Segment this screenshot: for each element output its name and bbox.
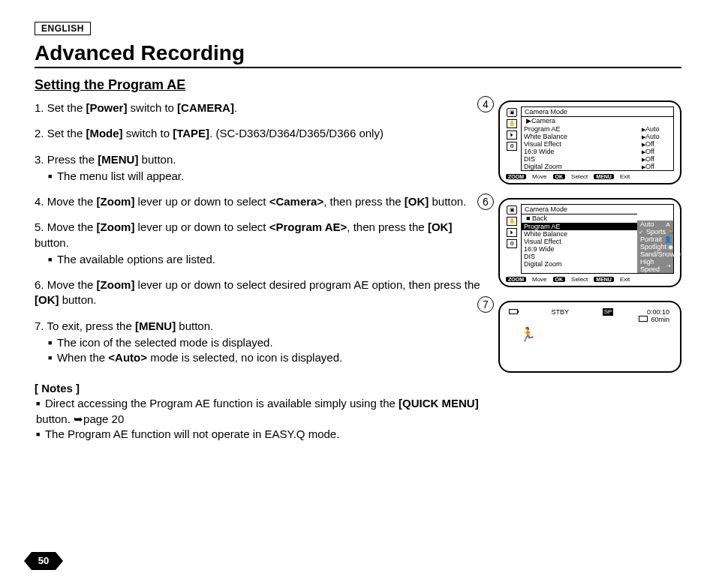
osd-menu: Camera Mode ■ Back Program AEWhite Balan…	[521, 204, 674, 274]
note-item: Direct accessing the Program AE function…	[36, 396, 485, 427]
zoom-pill: ZOOM	[506, 277, 526, 282]
step-ref-circle: 7	[477, 296, 494, 313]
osd-option-row: Portrait👤	[637, 236, 673, 243]
hint-select: Select	[571, 173, 588, 180]
hint-select: Select	[571, 276, 588, 283]
osd-menu-title: Camera Mode	[522, 107, 673, 117]
osd-menu-row: 16:9 WideOff	[522, 148, 673, 155]
hint-move: Move	[532, 276, 547, 283]
step-item: 4. Move the [Zoom] lever up or down to s…	[35, 194, 485, 209]
camcorder-icon: ▣	[507, 206, 517, 214]
screen-illustration-4: 4 ▣ ✋ ⏵ ⚙ Camera Mode ▶Camera Program AE…	[498, 100, 681, 184]
hand-icon: ✋	[507, 119, 517, 128]
osd-option-row: Sand/Snow❄	[637, 250, 673, 258]
screen-illustration-6: 6 ▣ ✋ ⏵ ⚙ Camera Mode ■ Back	[498, 198, 681, 287]
step-sub-list: The icon of the selected mode is display…	[35, 335, 485, 366]
osd-menu-row: 16:9 Wide	[522, 245, 637, 253]
osd-menu-row: White BalanceAuto	[522, 133, 673, 140]
osd-option-row: High Speed⇢	[637, 258, 673, 273]
battery-icon	[509, 309, 518, 314]
hint-move: Move	[532, 173, 547, 180]
page-number: 50	[24, 552, 63, 570]
osd-footer-hints: ZOOMMove OKSelect MENUExit	[506, 173, 674, 180]
osd-menu-title: Camera Mode	[522, 205, 637, 214]
screen-illustration-7: 7 STBY SP 0:00:10 60min 🏃	[498, 301, 681, 373]
osd-menu-row: DISOff	[522, 155, 673, 163]
osd-menu-row: White Balance	[522, 230, 637, 238]
timecode: 0:00:10	[647, 308, 669, 316]
osd-menu: Camera Mode ▶Camera Program AEAutoWhite …	[521, 106, 674, 171]
sports-mode-icon: 🏃	[519, 326, 674, 343]
step-sub-list: The available options are listed.	[35, 252, 485, 267]
instruction-column: 1. Set the [Power] switch to [CAMERA].2.…	[35, 100, 485, 442]
language-badge: ENGLISH	[35, 22, 91, 35]
step-sub-item: The icon of the selected mode is display…	[48, 335, 485, 350]
osd-menu-row: Program AEAuto	[522, 125, 673, 133]
page-number-badge: 50	[24, 552, 63, 570]
ok-pill: OK	[553, 174, 566, 179]
standby-label: STBY	[552, 308, 570, 316]
osd-option-column: AutoASports🏃Portrait👤Spotlight◉Sand/Snow…	[637, 220, 673, 273]
lcd-side-icons: ▣ ✋ ⏵ ⚙	[506, 204, 518, 274]
osd-menu-row: Digital ZoomOff	[522, 163, 673, 170]
osd-menu-row: Visual Effect	[522, 238, 637, 245]
notes-list: Direct accessing the Program AE function…	[35, 396, 485, 442]
hint-exit: Exit	[620, 173, 630, 180]
step-list: 1. Set the [Power] switch to [CAMERA].2.…	[35, 100, 485, 365]
lcd-side-icons: ▣ ✋ ⏵ ⚙	[506, 106, 518, 171]
osd-menu-subhead: ▶Camera	[522, 117, 673, 125]
hint-exit: Exit	[620, 276, 630, 283]
gear-icon: ⚙	[507, 239, 517, 248]
step-item: 6. Move the [Zoom] lever up or down to s…	[35, 278, 485, 308]
notes-heading: [ Notes ]	[35, 382, 485, 394]
step-sub-list: The menu list will appear.	[35, 169, 485, 184]
step-ref-circle: 6	[477, 194, 494, 210]
hand-icon: ✋	[507, 217, 517, 226]
step-ref-circle: 4	[477, 96, 494, 112]
chapter-title: Advanced Recording	[35, 41, 681, 68]
step-item: 5. Move the [Zoom] lever up or down to s…	[35, 220, 485, 267]
section-title: Setting the Program AE	[35, 77, 681, 93]
osd-menu-row: Visual EffectOff	[522, 140, 673, 148]
step-item: 2. Set the [Mode] switch to [TAPE]. (SC-…	[35, 126, 485, 141]
step-item: 1. Set the [Power] switch to [CAMERA].	[35, 100, 485, 116]
tape-icon	[639, 316, 648, 322]
reel-icon: ⏵	[507, 130, 517, 140]
ok-pill: OK	[553, 277, 566, 282]
osd-menu-row: DIS	[522, 253, 637, 260]
osd-menu-back: ■ Back	[522, 214, 637, 223]
note-item: The Program AE function will not operate…	[36, 427, 485, 442]
sp-badge: SP	[603, 308, 614, 316]
gear-icon: ⚙	[507, 142, 517, 151]
step-sub-item: The menu list will appear.	[48, 169, 485, 184]
osd-footer-hints: ZOOMMove OKSelect MENUExit	[506, 276, 674, 283]
osd-option-row: AutoA	[637, 220, 673, 228]
step-item: 7. To exit, press the [MENU] button.The …	[35, 319, 485, 366]
illustration-column: 4 ▣ ✋ ⏵ ⚙ Camera Mode ▶Camera Program AE…	[498, 100, 681, 442]
osd-menu-row: Program AE	[522, 223, 637, 230]
osd-menu-row: Digital Zoom	[522, 260, 637, 268]
tape-remaining: 60min	[651, 316, 669, 323]
step-sub-item: When the <Auto> mode is selected, no ico…	[48, 350, 485, 365]
menu-pill: MENU	[594, 174, 614, 179]
osd-option-row: Sports🏃	[637, 228, 673, 236]
camcorder-icon: ▣	[507, 108, 517, 117]
step-sub-item: The available options are listed.	[48, 252, 485, 267]
step-item: 3. Press the [MENU] button.The menu list…	[35, 152, 485, 184]
osd-option-row: Spotlight◉	[637, 243, 673, 250]
menu-pill: MENU	[594, 277, 614, 282]
zoom-pill: ZOOM	[506, 174, 526, 179]
reel-icon: ⏵	[507, 228, 517, 237]
